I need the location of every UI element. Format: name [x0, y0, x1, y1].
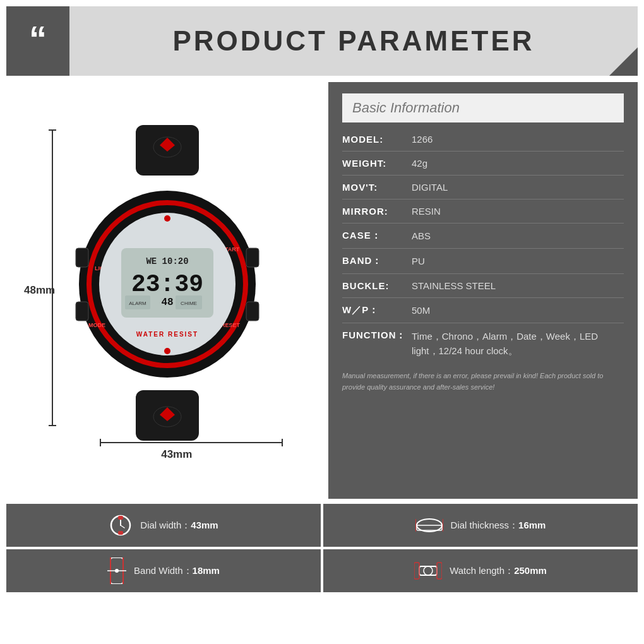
spec-row-weight: WEIGHT: 42g — [342, 158, 624, 176]
svg-rect-43 — [437, 563, 442, 579]
spec-value-band: PU — [412, 256, 425, 266]
svg-text:23:39: 23:39 — [131, 271, 203, 298]
bottom-strip-row2: Band Width：18mm Watch length：250mm — [6, 549, 638, 592]
svg-rect-8 — [246, 302, 259, 321]
spec-key-case: CASE： — [342, 230, 412, 242]
spec-key-model: MODEL: — [342, 134, 412, 145]
svg-text:MODE: MODE — [88, 322, 105, 328]
band-width-icon — [107, 558, 126, 584]
svg-text:48: 48 — [161, 297, 173, 308]
spec-row-band: BAND： PU — [342, 255, 624, 274]
svg-text:ALARM: ALARM — [129, 301, 146, 306]
specs-note: Manual measurement, if there is an error… — [342, 371, 624, 393]
band-width-label: Band Width：18mm — [134, 565, 220, 577]
svg-point-40 — [115, 569, 119, 573]
svg-text:CHIME: CHIME — [181, 301, 197, 306]
watch-face-icon — [109, 513, 133, 537]
svg-point-25 — [164, 215, 170, 222]
spec-row-function: FUNCTION： Time，Chrono，Alarm，Date，Week，LE… — [342, 330, 624, 364]
spec-value-case: ABS — [412, 230, 431, 241]
svg-rect-41 — [419, 566, 437, 575]
header-title-area: PRODUCT PARAMETER — [69, 6, 638, 76]
svg-point-44 — [424, 566, 432, 575]
spec-key-wp: W／P： — [342, 304, 412, 316]
watch-length-label: Watch length：250mm — [450, 565, 547, 577]
spec-row-wp: W／P： 50M — [342, 304, 624, 323]
spec-value-wp: 50M — [412, 305, 430, 316]
watch-length-icon — [414, 561, 442, 580]
header-bar: “ PRODUCT PARAMETER — [6, 6, 638, 76]
spec-row-model: MODEL: 1266 — [342, 134, 624, 152]
spec-key-mirror: MIRROR: — [342, 206, 412, 217]
spec-row-movt: MOV'T: DIGITAL — [342, 182, 624, 200]
svg-line-31 — [121, 525, 124, 528]
horizontal-dim-line — [100, 442, 283, 443]
bottom-cell-watch-length: Watch length：250mm — [323, 549, 638, 592]
svg-rect-29 — [118, 531, 123, 535]
spec-value-weight: 42g — [412, 158, 427, 169]
spec-row-mirror: MIRROR: RESIN — [342, 206, 624, 224]
spec-key-movt: MOV'T: — [342, 182, 412, 193]
dial-thickness-icon — [415, 516, 443, 534]
specs-panel: Basic Information MODEL: 1266 WEIGHT: 42… — [328, 82, 638, 499]
main-content: 48mm 43mm — [6, 82, 638, 499]
spec-value-movt: DIGITAL — [412, 182, 448, 193]
svg-rect-28 — [118, 516, 123, 520]
quote-box: “ — [6, 6, 69, 76]
specs-header: Basic Information — [342, 93, 624, 122]
dial-thickness-label: Dial thickness：16mm — [451, 520, 546, 532]
spec-key-band: BAND： — [342, 255, 412, 267]
spec-row-buckle: BUCKLE: STAINLESS STEEL — [342, 280, 624, 298]
horizontal-dim-label: 43mm — [161, 448, 192, 461]
spec-value-function: Time，Chrono，Alarm，Date，Week，LED light，12… — [412, 330, 624, 358]
watch-area: 48mm 43mm — [6, 82, 328, 499]
bottom-cell-dial-thickness: Dial thickness：16mm — [323, 504, 638, 547]
svg-text:WE 10:20: WE 10:20 — [146, 256, 188, 266]
bottom-cell-band-width: Band Width：18mm — [6, 549, 321, 592]
vertical-dim-line — [52, 129, 53, 426]
svg-rect-42 — [414, 563, 419, 579]
spec-key-weight: WEIGHT: — [342, 158, 412, 169]
spec-value-mirror: RESIN — [412, 206, 441, 217]
spec-value-buckle: STAINLESS STEEL — [412, 280, 496, 291]
vertical-dim-label: 48mm — [24, 284, 55, 297]
svg-rect-6 — [76, 302, 88, 321]
watch-image: LIGHT START MODE RESET WE 10:20 23:39 — [69, 125, 265, 443]
specs-section-title: Basic Information — [352, 100, 460, 116]
corner-triangle — [609, 47, 638, 76]
svg-rect-7 — [246, 248, 259, 267]
bottom-strip-row1: Dial width：43mm Dial thickness：16mm — [6, 504, 638, 547]
spec-row-case: CASE： ABS — [342, 230, 624, 249]
page-title: PRODUCT PARAMETER — [172, 25, 534, 57]
svg-point-26 — [164, 348, 170, 354]
quote-icon: “ — [29, 21, 47, 56]
spec-value-model: 1266 — [412, 134, 432, 145]
spec-key-buckle: BUCKLE: — [342, 280, 412, 291]
svg-rect-5 — [76, 248, 88, 267]
bottom-cell-dial-width: Dial width：43mm — [6, 504, 321, 547]
svg-text:WATER RESIST: WATER RESIST — [136, 331, 198, 338]
dial-width-label: Dial width：43mm — [140, 520, 218, 532]
spec-key-function: FUNCTION： — [342, 330, 412, 342]
